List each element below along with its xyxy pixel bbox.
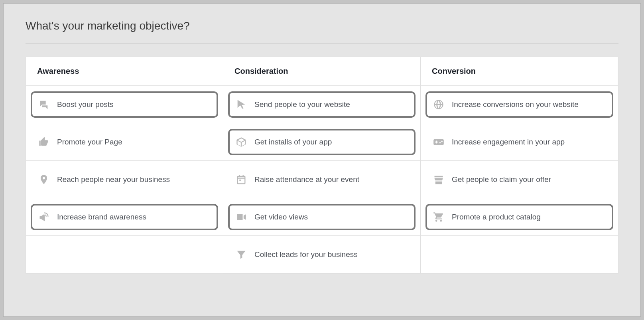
divider: [26, 43, 618, 44]
objective-app-engagement[interactable]: Increase engagement in your app: [425, 129, 613, 155]
column-header-consideration: Consideration: [223, 57, 421, 86]
cursor-icon: [235, 99, 247, 111]
column-header-conversion: Conversion: [421, 57, 618, 86]
storefront-icon: [433, 174, 445, 186]
objective-screen: What's your marketing objective? Awarene…: [3, 3, 641, 317]
objective-label: Boost your posts: [57, 100, 211, 109]
objective-app-installs[interactable]: Get installs of your app: [228, 129, 416, 155]
objective-label: Promote your Page: [57, 138, 211, 146]
objective-label: Send people to your website: [254, 100, 408, 109]
video-icon: [235, 211, 247, 223]
objective-conversions[interactable]: Increase conversions on your website: [425, 91, 613, 118]
empty-cell: [421, 236, 618, 273]
page-title: What's your marketing objective?: [26, 20, 618, 32]
comments-icon: [38, 99, 50, 111]
objective-boost-posts[interactable]: Boost your posts: [31, 91, 218, 118]
objective-label: Get video views: [254, 213, 408, 221]
objective-label: Get people to claim your offer: [452, 175, 606, 184]
objective-label: Get installs of your app: [254, 138, 408, 146]
objective-claim-offer[interactable]: Get people to claim your offer: [425, 166, 613, 193]
objectives-grid: Awareness Consideration Conversion Boost…: [26, 57, 618, 274]
thumbs-up-icon: [38, 136, 50, 148]
objective-collect-leads[interactable]: Collect leads for your business: [228, 241, 416, 268]
objective-product-catalog[interactable]: Promote a product catalog: [425, 204, 613, 230]
objective-label: Promote a product catalog: [452, 213, 606, 221]
objective-video-views[interactable]: Get video views: [228, 204, 416, 230]
objective-reach-nearby[interactable]: Reach people near your business: [31, 166, 218, 193]
objective-label: Collect leads for your business: [254, 250, 408, 259]
calendar-icon: [235, 174, 247, 186]
objective-label: Increase brand awareness: [57, 213, 211, 221]
globe-icon: [433, 99, 445, 111]
objective-brand-awareness[interactable]: Increase brand awareness: [31, 204, 218, 230]
empty-cell: [26, 236, 223, 273]
map-pin-icon: [38, 174, 50, 186]
gamepad-icon: [433, 136, 445, 148]
objective-label: Reach people near your business: [57, 175, 211, 184]
objective-event-attendance[interactable]: Raise attendance at your event: [228, 166, 416, 193]
objective-promote-page[interactable]: Promote your Page: [31, 129, 218, 155]
objective-label: Increase engagement in your app: [452, 138, 606, 146]
objective-label: Raise attendance at your event: [254, 175, 408, 184]
column-header-awareness: Awareness: [26, 57, 223, 86]
shopping-cart-icon: [433, 211, 445, 223]
objective-send-website[interactable]: Send people to your website: [228, 91, 416, 118]
megaphone-icon: [38, 211, 50, 223]
objective-label: Increase conversions on your website: [452, 100, 606, 109]
funnel-icon: [235, 249, 247, 261]
box-icon: [235, 136, 247, 148]
